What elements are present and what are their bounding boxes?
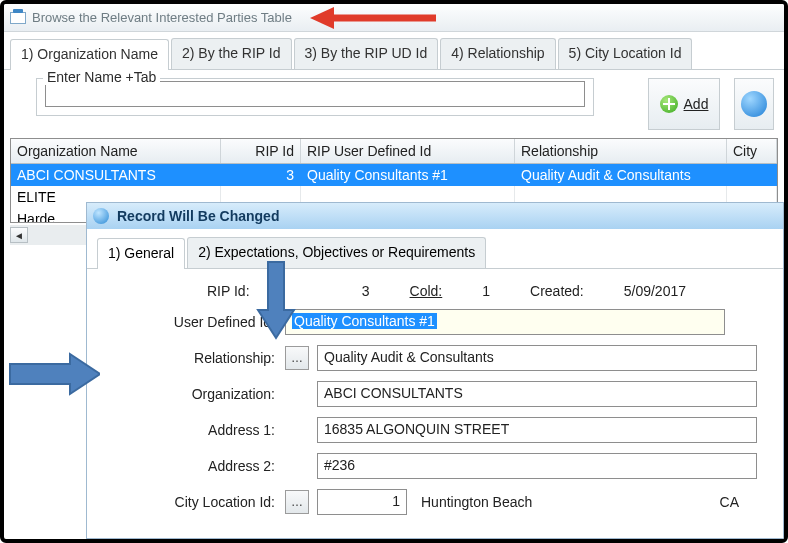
- relationship-lookup-button[interactable]: …: [285, 346, 309, 370]
- globe-icon: [741, 91, 767, 117]
- cityid-label: City Location Id:: [97, 494, 285, 510]
- cityid-lookup-button[interactable]: …: [285, 490, 309, 514]
- secondary-button[interactable]: [734, 78, 774, 130]
- udid-label: User Defined Id:: [97, 314, 285, 330]
- state-value: CA: [720, 494, 739, 510]
- organization-label: Organization:: [97, 386, 285, 402]
- tab-org-name[interactable]: 1) Organization Name: [10, 39, 169, 70]
- main-tabstrip: 1) Organization Name 2) By the RIP Id 3)…: [4, 32, 784, 70]
- window-title: Browse the Relevant Interested Parties T…: [32, 10, 292, 25]
- window-titlebar: Browse the Relevant Interested Parties T…: [4, 4, 784, 32]
- tab-relationship[interactable]: 4) Relationship: [440, 38, 555, 69]
- col-org[interactable]: Organization Name: [11, 139, 221, 163]
- tab-expectations[interactable]: 2) Expectations, Objectives or Requireme…: [187, 237, 486, 268]
- table-row[interactable]: ABCI CONSULTANTS 3 Quality Consultants #…: [11, 164, 777, 186]
- search-label: Enter Name +Tab: [43, 69, 160, 85]
- app-icon: [10, 12, 26, 24]
- add-button[interactable]: Add: [648, 78, 720, 130]
- scroll-left-icon[interactable]: ◄: [10, 227, 28, 243]
- col-rip[interactable]: RIP Id: [221, 139, 301, 163]
- city-value: Huntington Beach: [421, 494, 532, 510]
- globe-icon: [93, 208, 109, 224]
- cold-label: Cold:: [410, 283, 443, 299]
- created-label: Created:: [530, 283, 584, 299]
- address1-input[interactable]: 16835 ALGONQUIN STREET: [317, 417, 757, 443]
- relationship-input[interactable]: Quality Audit & Consultants: [317, 345, 757, 371]
- address1-label: Address 1:: [97, 422, 285, 438]
- tab-by-rip-id[interactable]: 2) By the RIP Id: [171, 38, 292, 69]
- address2-input[interactable]: #236: [317, 453, 757, 479]
- grid-header: Organization Name RIP Id RIP User Define…: [11, 139, 777, 164]
- address2-label: Address 2:: [97, 458, 285, 474]
- tab-city-location[interactable]: 5) City Location Id: [558, 38, 693, 69]
- udid-input[interactable]: Quality Consultants #1: [285, 309, 725, 335]
- record-panel: Record Will Be Changed 1) General 2) Exp…: [86, 202, 784, 539]
- col-ud[interactable]: RIP User Defined Id: [301, 139, 515, 163]
- tab-general[interactable]: 1) General: [97, 238, 185, 269]
- created-value: 5/09/2017: [624, 283, 686, 299]
- record-panel-title: Record Will Be Changed: [87, 203, 783, 229]
- rip-id-label: RIP Id:: [207, 283, 250, 299]
- rip-id-value: 3: [290, 283, 370, 299]
- plus-icon: [660, 95, 678, 113]
- tab-by-rip-ud-id[interactable]: 3) By the RIP UD Id: [294, 38, 439, 69]
- organization-input[interactable]: ABCI CONSULTANTS: [317, 381, 757, 407]
- relationship-label: Relationship:: [97, 350, 285, 366]
- cityid-input[interactable]: 1: [317, 489, 407, 515]
- cold-value: 1: [482, 283, 490, 299]
- search-group: Enter Name +Tab: [36, 78, 594, 116]
- col-rel[interactable]: Relationship: [515, 139, 727, 163]
- col-city[interactable]: City: [727, 139, 777, 163]
- add-button-label: Add: [684, 96, 709, 112]
